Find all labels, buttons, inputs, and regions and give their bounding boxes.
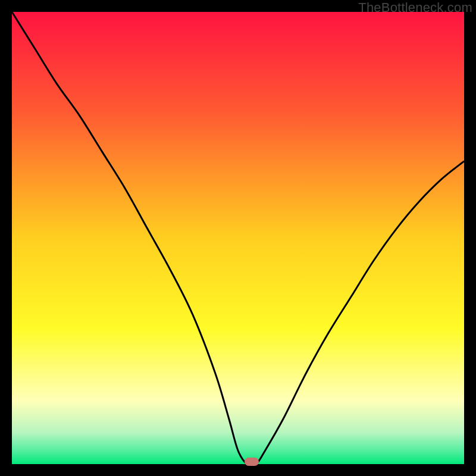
optimal-marker (245, 458, 259, 466)
curve-path (12, 12, 464, 464)
chart-frame (12, 12, 464, 464)
bottleneck-curve (12, 12, 464, 464)
